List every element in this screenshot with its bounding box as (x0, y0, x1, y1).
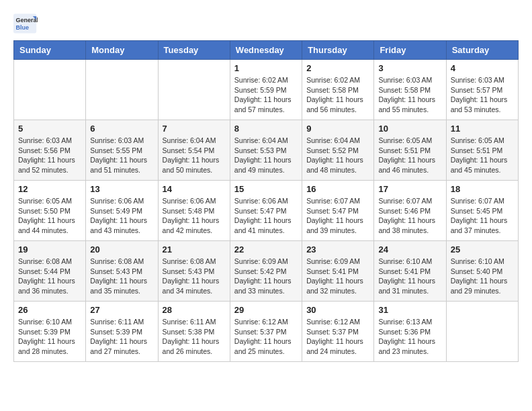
day-number: 19 (18, 244, 81, 255)
calendar-cell: 4Sunrise: 6:03 AM Sunset: 5:57 PM Daylig… (446, 60, 518, 120)
calendar-cell: 24Sunrise: 6:10 AM Sunset: 5:41 PM Dayli… (374, 241, 446, 302)
day-info: Sunrise: 6:11 AM Sunset: 5:38 PM Dayligh… (163, 317, 226, 357)
day-number: 14 (163, 184, 226, 194)
calendar-cell: 5Sunrise: 6:03 AM Sunset: 5:56 PM Daylig… (14, 120, 86, 181)
calendar-cell: 29Sunrise: 6:12 AM Sunset: 5:37 PM Dayli… (230, 302, 302, 362)
day-number: 9 (306, 124, 369, 134)
day-info: Sunrise: 6:09 AM Sunset: 5:41 PM Dayligh… (306, 257, 369, 296)
day-info: Sunrise: 6:03 AM Sunset: 5:56 PM Dayligh… (18, 136, 81, 175)
day-number: 17 (378, 184, 441, 194)
calendar-table: SundayMondayTuesdayWednesdayThursdayFrid… (13, 40, 519, 362)
calendar-cell: 3Sunrise: 6:03 AM Sunset: 5:58 PM Daylig… (374, 60, 446, 120)
calendar-cell: 17Sunrise: 6:07 AM Sunset: 5:46 PM Dayli… (374, 181, 446, 241)
calendar-cell: 14Sunrise: 6:06 AM Sunset: 5:48 PM Dayli… (158, 181, 230, 241)
day-number: 30 (306, 305, 369, 315)
calendar-cell: 28Sunrise: 6:11 AM Sunset: 5:38 PM Dayli… (158, 302, 230, 362)
calendar-cell (158, 60, 230, 120)
day-number: 12 (18, 184, 81, 194)
day-info: Sunrise: 6:07 AM Sunset: 5:47 PM Dayligh… (306, 196, 369, 236)
svg-text:Blue: Blue (16, 24, 30, 31)
day-info: Sunrise: 6:02 AM Sunset: 5:58 PM Dayligh… (306, 75, 369, 115)
day-info: Sunrise: 6:05 AM Sunset: 5:51 PM Dayligh… (378, 136, 441, 175)
day-header-friday: Friday (374, 41, 446, 60)
day-number: 2 (306, 63, 369, 73)
calendar-cell: 26Sunrise: 6:10 AM Sunset: 5:39 PM Dayli… (14, 302, 86, 362)
day-info: Sunrise: 6:08 AM Sunset: 5:44 PM Dayligh… (18, 257, 81, 296)
calendar-week-3: 12Sunrise: 6:05 AM Sunset: 5:50 PM Dayli… (14, 181, 519, 241)
day-info: Sunrise: 6:02 AM Sunset: 5:59 PM Dayligh… (234, 75, 298, 115)
day-header-wednesday: Wednesday (230, 41, 302, 60)
calendar-cell: 20Sunrise: 6:08 AM Sunset: 5:43 PM Dayli… (86, 241, 158, 302)
day-number: 11 (451, 124, 514, 134)
day-info: Sunrise: 6:06 AM Sunset: 5:47 PM Dayligh… (234, 196, 298, 236)
day-number: 27 (90, 305, 153, 315)
day-number: 13 (90, 184, 153, 194)
days-header-row: SundayMondayTuesdayWednesdayThursdayFrid… (14, 41, 519, 60)
calendar-cell (446, 302, 518, 362)
logo: General Blue (13, 13, 38, 34)
day-number: 26 (18, 305, 81, 315)
calendar-cell: 2Sunrise: 6:02 AM Sunset: 5:58 PM Daylig… (302, 60, 374, 120)
day-number: 15 (234, 184, 298, 194)
day-info: Sunrise: 6:07 AM Sunset: 5:45 PM Dayligh… (451, 196, 514, 236)
day-info: Sunrise: 6:11 AM Sunset: 5:39 PM Dayligh… (90, 317, 153, 357)
day-info: Sunrise: 6:10 AM Sunset: 5:40 PM Dayligh… (451, 257, 514, 296)
day-info: Sunrise: 6:12 AM Sunset: 5:37 PM Dayligh… (234, 317, 298, 357)
day-number: 20 (90, 244, 153, 255)
calendar-week-5: 26Sunrise: 6:10 AM Sunset: 5:39 PM Dayli… (14, 302, 519, 362)
day-number: 16 (306, 184, 369, 194)
calendar-week-1: 1Sunrise: 6:02 AM Sunset: 5:59 PM Daylig… (14, 60, 519, 120)
day-info: Sunrise: 6:13 AM Sunset: 5:36 PM Dayligh… (378, 317, 441, 357)
calendar-cell: 18Sunrise: 6:07 AM Sunset: 5:45 PM Dayli… (446, 181, 518, 241)
calendar-cell: 27Sunrise: 6:11 AM Sunset: 5:39 PM Dayli… (86, 302, 158, 362)
calendar-cell: 22Sunrise: 6:09 AM Sunset: 5:42 PM Dayli… (230, 241, 302, 302)
calendar-cell: 15Sunrise: 6:06 AM Sunset: 5:47 PM Dayli… (230, 181, 302, 241)
day-info: Sunrise: 6:10 AM Sunset: 5:39 PM Dayligh… (18, 317, 81, 357)
day-number: 8 (234, 124, 298, 134)
day-number: 7 (163, 124, 226, 134)
calendar-cell: 8Sunrise: 6:04 AM Sunset: 5:53 PM Daylig… (230, 120, 302, 181)
day-info: Sunrise: 6:04 AM Sunset: 5:54 PM Dayligh… (163, 136, 226, 175)
day-info: Sunrise: 6:08 AM Sunset: 5:43 PM Dayligh… (163, 257, 226, 296)
day-header-saturday: Saturday (446, 41, 518, 60)
calendar-cell: 12Sunrise: 6:05 AM Sunset: 5:50 PM Dayli… (14, 181, 86, 241)
calendar-cell: 9Sunrise: 6:04 AM Sunset: 5:52 PM Daylig… (302, 120, 374, 181)
day-info: Sunrise: 6:04 AM Sunset: 5:53 PM Dayligh… (234, 136, 298, 175)
day-info: Sunrise: 6:03 AM Sunset: 5:58 PM Dayligh… (378, 75, 441, 115)
day-number: 3 (378, 63, 441, 73)
day-number: 22 (234, 244, 298, 255)
page-header: General Blue (13, 13, 519, 34)
calendar-week-2: 5Sunrise: 6:03 AM Sunset: 5:56 PM Daylig… (14, 120, 519, 181)
day-info: Sunrise: 6:06 AM Sunset: 5:49 PM Dayligh… (90, 196, 153, 236)
day-number: 28 (163, 305, 226, 315)
day-number: 5 (18, 124, 81, 134)
calendar-cell (86, 60, 158, 120)
calendar-cell: 16Sunrise: 6:07 AM Sunset: 5:47 PM Dayli… (302, 181, 374, 241)
calendar-cell (14, 60, 86, 120)
day-info: Sunrise: 6:12 AM Sunset: 5:37 PM Dayligh… (306, 317, 369, 357)
calendar-cell: 7Sunrise: 6:04 AM Sunset: 5:54 PM Daylig… (158, 120, 230, 181)
calendar-cell: 30Sunrise: 6:12 AM Sunset: 5:37 PM Dayli… (302, 302, 374, 362)
day-info: Sunrise: 6:09 AM Sunset: 5:42 PM Dayligh… (234, 257, 298, 296)
logo-icon: General Blue (13, 13, 38, 34)
day-header-tuesday: Tuesday (158, 41, 230, 60)
calendar-week-4: 19Sunrise: 6:08 AM Sunset: 5:44 PM Dayli… (14, 241, 519, 302)
day-info: Sunrise: 6:10 AM Sunset: 5:41 PM Dayligh… (378, 257, 441, 296)
calendar-cell: 11Sunrise: 6:05 AM Sunset: 5:51 PM Dayli… (446, 120, 518, 181)
day-info: Sunrise: 6:03 AM Sunset: 5:57 PM Dayligh… (451, 75, 514, 115)
day-info: Sunrise: 6:04 AM Sunset: 5:52 PM Dayligh… (306, 136, 369, 175)
calendar-cell: 21Sunrise: 6:08 AM Sunset: 5:43 PM Dayli… (158, 241, 230, 302)
calendar-cell: 31Sunrise: 6:13 AM Sunset: 5:36 PM Dayli… (374, 302, 446, 362)
day-header-thursday: Thursday (302, 41, 374, 60)
day-number: 4 (451, 63, 514, 73)
day-header-sunday: Sunday (14, 41, 86, 60)
day-number: 25 (451, 244, 514, 255)
day-info: Sunrise: 6:05 AM Sunset: 5:50 PM Dayligh… (18, 196, 81, 236)
calendar-cell: 1Sunrise: 6:02 AM Sunset: 5:59 PM Daylig… (230, 60, 302, 120)
day-header-monday: Monday (86, 41, 158, 60)
calendar-cell: 10Sunrise: 6:05 AM Sunset: 5:51 PM Dayli… (374, 120, 446, 181)
day-info: Sunrise: 6:08 AM Sunset: 5:43 PM Dayligh… (90, 257, 153, 296)
day-number: 21 (163, 244, 226, 255)
day-number: 29 (234, 305, 298, 315)
day-number: 18 (451, 184, 514, 194)
